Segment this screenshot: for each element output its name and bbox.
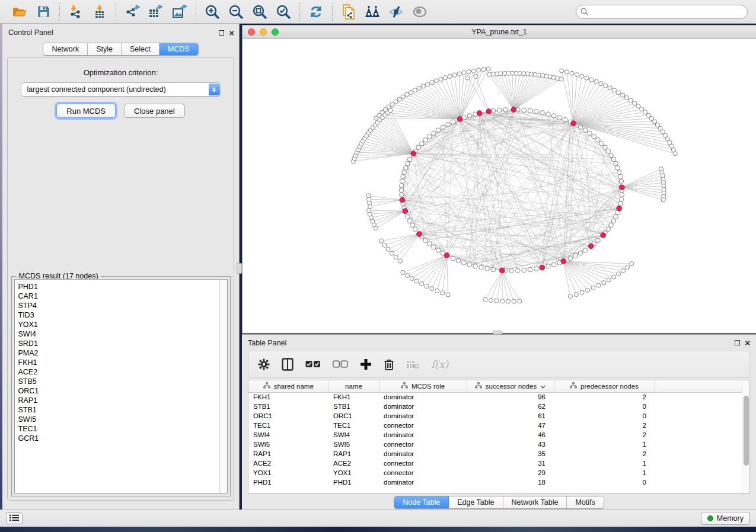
table-row[interactable]: ACE2ACE2connector311 — [248, 459, 750, 468]
mcds-result-item[interactable]: FKH1 — [18, 358, 219, 367]
network-window-title: YPA_prune.txt_1 — [243, 28, 756, 36]
mcds-result-item[interactable]: GCR1 — [18, 434, 219, 443]
mcds-result-item[interactable]: STB5 — [18, 377, 219, 386]
mcds-result-item[interactable]: RAP1 — [18, 396, 219, 405]
table-scrollbar[interactable] — [742, 380, 749, 493]
open-file-button[interactable] — [11, 3, 28, 21]
node-table[interactable]: shared namenameMCDS rolesuccessor nodesp… — [248, 380, 750, 487]
tab-mcds[interactable]: MCDS — [160, 43, 198, 55]
table-row[interactable]: FKH1FKH1dominator962 — [248, 392, 750, 402]
tab-motifs[interactable]: Motifs — [567, 496, 603, 508]
column-header-name[interactable]: name — [328, 380, 379, 392]
import-table-button[interactable] — [91, 3, 109, 21]
first-neighbors-button[interactable] — [363, 3, 381, 21]
hide-selected-button[interactable] — [387, 3, 405, 21]
zoom-in-button[interactable] — [203, 3, 221, 21]
mcds-result-item[interactable]: CAR1 — [18, 291, 219, 301]
sort-chevron-icon — [540, 383, 546, 390]
refresh-button[interactable] — [307, 3, 325, 21]
tab-edge-table[interactable]: Edge Table — [449, 496, 503, 508]
select-stepper-icon — [209, 84, 220, 95]
mcds-result-item[interactable]: PHD1 — [18, 282, 219, 291]
delete-column-icon[interactable] — [384, 358, 394, 371]
table-row[interactable]: PHD1PHD1dominator180 — [248, 477, 750, 487]
floppy-disk-icon — [37, 5, 50, 18]
delete-table-icon[interactable] — [406, 360, 419, 369]
mcds-result-item[interactable]: TEC1 — [18, 424, 219, 434]
search-field[interactable] — [576, 5, 748, 19]
shared-column-icon — [401, 382, 408, 390]
mcds-result-item[interactable]: SWI5 — [18, 415, 219, 424]
mcds-result-item[interactable]: PMA2 — [18, 348, 219, 358]
add-column-icon[interactable] — [360, 358, 372, 370]
column-chooser-icon[interactable] — [282, 358, 294, 371]
import-network-button[interactable] — [67, 3, 85, 21]
export-table-button[interactable] — [147, 3, 165, 21]
table-row[interactable]: ORC1ORC1dominator610 — [248, 411, 750, 421]
show-all-button[interactable] — [411, 3, 429, 21]
table-row[interactable]: STB1STB1dominator620 — [248, 402, 750, 411]
tab-node-table[interactable]: Node Table — [394, 496, 449, 508]
column-header-predecessor-nodes[interactable]: predecessor nodes — [554, 380, 655, 392]
mcds-tab-content: Optimization criterion: largest connecte… — [7, 57, 234, 501]
mcds-result-item[interactable]: ACE2 — [18, 367, 219, 377]
vertical-splitter-handle[interactable] — [237, 263, 242, 274]
close-panel-button[interactable]: Close panel — [124, 104, 185, 118]
import-table-icon — [92, 5, 107, 19]
search-icon — [580, 8, 589, 18]
tab-style[interactable]: Style — [88, 43, 122, 55]
network-graph[interactable] — [243, 39, 755, 333]
task-history-button[interactable] — [6, 512, 23, 524]
mcds-result-item[interactable]: SRD1 — [18, 339, 219, 348]
tab-network[interactable]: Network — [43, 43, 88, 55]
table-panel-title: Table Panel — [248, 339, 286, 347]
float-window-icon[interactable] — [219, 30, 224, 36]
select-all-columns-icon[interactable] — [305, 360, 321, 368]
eye-slash-icon — [388, 5, 404, 18]
mcds-list-scrollbar[interactable] — [219, 280, 227, 493]
function-builder-icon[interactable]: f(x) — [431, 358, 448, 370]
mcds-result-item[interactable]: STB1 — [18, 405, 219, 415]
export-image-icon — [172, 5, 187, 19]
settings-gear-icon[interactable] — [258, 358, 270, 370]
tab-network-table[interactable]: Network Table — [503, 496, 567, 508]
export-network-icon — [125, 5, 140, 19]
mcds-result-item[interactable]: SWI4 — [18, 329, 219, 339]
mcds-result-item[interactable]: STP4 — [18, 301, 219, 310]
tab-select[interactable]: Select — [122, 43, 160, 55]
run-mcds-button[interactable]: Run MCDS — [56, 104, 116, 118]
network-canvas[interactable] — [243, 39, 755, 333]
memory-button-label: Memory — [717, 514, 744, 523]
table-row[interactable]: SWI4SWI4dominator462 — [248, 430, 750, 440]
table-row[interactable]: SWI5SWI5connector431 — [248, 440, 750, 449]
mcds-result-item[interactable]: ORC1 — [18, 386, 219, 396]
table-row[interactable]: RAP1RAP1dominator352 — [248, 449, 750, 459]
column-header-shared-name[interactable]: shared name — [248, 380, 328, 392]
new-network-from-selection-button[interactable] — [340, 3, 358, 21]
zoom-out-button[interactable] — [227, 3, 245, 21]
memory-button[interactable]: Memory — [701, 512, 750, 525]
close-panel-icon[interactable]: × — [745, 340, 750, 345]
float-window-icon[interactable] — [735, 340, 740, 345]
shared-column-icon — [263, 382, 270, 390]
table-row[interactable]: TEC1TEC1connector472 — [248, 421, 750, 430]
save-session-button[interactable] — [34, 3, 52, 21]
network-window-titlebar[interactable]: YPA_prune.txt_1 — [243, 25, 756, 39]
table-scrollbar-thumb[interactable] — [744, 396, 749, 466]
control-panel-tabs: NetworkStyleSelectMCDS — [43, 43, 198, 56]
export-image-button[interactable] — [171, 3, 189, 21]
zoom-fit-button[interactable] — [251, 3, 269, 21]
table-row[interactable]: YOX1YOX1connector291 — [248, 468, 750, 477]
mcds-result-list[interactable]: PHD1CAR1STP4TID3YOX1SWI4SRD1PMA2FKH1ACE2… — [15, 280, 219, 493]
mcds-result-item[interactable]: TID3 — [18, 310, 219, 320]
column-header-MCDS-role[interactable]: MCDS role — [379, 380, 467, 392]
refresh-icon — [309, 5, 323, 19]
export-network-button[interactable] — [123, 3, 141, 21]
deselect-all-columns-icon[interactable] — [333, 360, 348, 368]
close-panel-icon[interactable]: × — [229, 30, 234, 36]
column-header-successor-nodes[interactable]: successor nodes — [467, 380, 554, 392]
optimization-criterion-select[interactable]: largest connected component (undirected) — [21, 82, 221, 97]
mcds-result-item[interactable]: YOX1 — [18, 320, 219, 329]
zoom-selected-button[interactable] — [275, 3, 292, 21]
search-input[interactable] — [576, 5, 748, 19]
